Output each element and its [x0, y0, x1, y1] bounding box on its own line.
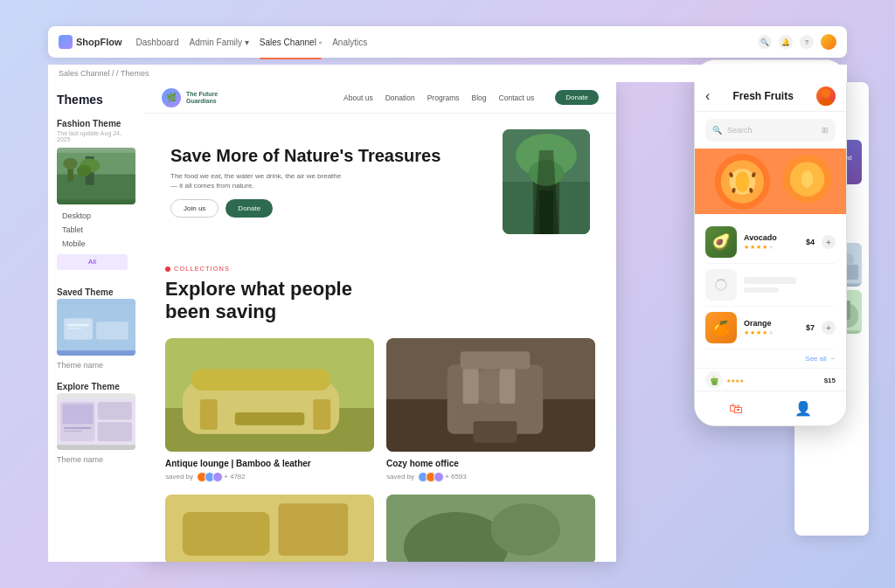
collections-title: Explore what people been saving [165, 278, 595, 324]
svg-point-46 [822, 89, 830, 98]
partial-card-2 [386, 495, 595, 562]
nav-right-icons: 🔍 🔔 ? [758, 34, 836, 50]
item1-info: ★★★★ [726, 377, 824, 384]
phone-header: ‹ Fresh Fruits [695, 81, 846, 112]
search-icon[interactable]: 🔍 [758, 35, 772, 49]
explore-theme-preview [57, 393, 135, 450]
phone-screen-title: Fresh Fruits [732, 90, 793, 102]
saved-avatars [197, 472, 220, 482]
phone-search-bar[interactable]: 🔍 Search ⊞ [705, 119, 836, 142]
sidebar-title: Themes [57, 93, 135, 107]
svg-rect-11 [67, 327, 81, 329]
site-nav-programs[interactable]: Programs [427, 93, 460, 102]
site-nav-blog[interactable]: Blog [472, 93, 487, 102]
donate-button[interactable]: Donate [225, 199, 273, 218]
collections-title-line1: Explore what people [165, 278, 352, 300]
sidebar-fade [48, 527, 144, 562]
svg-rect-42 [278, 503, 348, 556]
nav-analytics[interactable]: Analytics [332, 38, 367, 47]
saved-theme-name: Saved Theme [57, 287, 135, 297]
explore-theme-label: Theme name [57, 455, 135, 464]
hero-subtitle: The food we eat, the water we drink, the… [170, 171, 345, 190]
svg-rect-30 [200, 399, 218, 430]
sidebar: Themes Fashion Theme The last update Aug… [48, 82, 144, 562]
hero-text: Save More of Nature's Treasures The food… [170, 145, 590, 218]
phone-product-list: 🥑 Avocado ★ ★ ★ ★ ★ $4 + [695, 221, 846, 349]
svg-point-47 [818, 99, 834, 106]
nav-admin[interactable]: Admin Family ▾ [189, 38, 248, 47]
office-card-title: Cozy home office [386, 459, 595, 468]
phone-filter-icon[interactable]: ⊞ [822, 126, 829, 135]
item1-icon: 🫑 [705, 371, 723, 389]
orange-add-button[interactable]: + [822, 321, 836, 335]
site-logo-line2: Guardians [186, 98, 218, 105]
loading-name-placeholder [744, 277, 796, 284]
nav-home-icon[interactable]: 🛍 [729, 401, 743, 417]
mobile-nav[interactable]: Mobile [57, 238, 135, 250]
nav-items: Dashboard Admin Family ▾ Sales Channel ◦… [136, 38, 758, 47]
site-nav-about[interactable]: About us [343, 93, 373, 102]
saved-theme-section: Saved Theme Theme name [57, 287, 135, 370]
avocado-info: Avocado ★ ★ ★ ★ ★ [744, 233, 799, 251]
phone-bottom-nav: 🛍 👤 [695, 391, 846, 425]
back-button[interactable]: ‹ [705, 88, 710, 104]
svg-rect-10 [67, 323, 89, 325]
collections-section: COLLECTIONS Explore what people been sav… [144, 249, 616, 562]
saved-theme-preview [57, 299, 135, 356]
help-icon[interactable]: ? [800, 35, 814, 49]
loading-thumb [705, 269, 737, 301]
svg-point-59 [801, 170, 814, 188]
tablet-nav[interactable]: Tablet [57, 224, 135, 236]
nav-sales-channel[interactable]: Sales Channel ◦ [260, 38, 322, 47]
site-logo: 🌿 The Future Guardians [162, 88, 218, 107]
see-all-button[interactable]: See all → [695, 349, 846, 369]
svg-rect-36 [474, 421, 517, 443]
office-card-saved: saved by + 6593 [386, 472, 595, 482]
office-saved-avatars [418, 472, 441, 482]
product-orange: 🍊 Orange ★ ★ ★ ★ ★ $7 + [705, 307, 836, 349]
user-avatar[interactable] [821, 34, 836, 50]
fashion-theme-date: The last update Aug 24, 2025 [57, 130, 135, 142]
orange-stars: ★ ★ ★ ★ ★ [744, 329, 799, 336]
collections-label: COLLECTIONS [165, 265, 595, 273]
avocado-stars: ★ ★ ★ ★ ★ [744, 244, 799, 251]
price-item-1: 🫑 ★★★★ $15 [705, 369, 836, 392]
explore-theme-name: Explore Theme [57, 382, 135, 391]
logo-icon [59, 35, 73, 49]
fashion-theme-preview [57, 148, 135, 204]
site-logo-line1: The Future [186, 91, 218, 98]
avocado-add-button[interactable]: + [822, 235, 836, 249]
site-donate-btn[interactable]: Donate [555, 90, 599, 105]
svg-rect-41 [183, 512, 270, 556]
lounge-card-title: Antique lounge | Bamboo & leather [165, 459, 374, 468]
office-card-image [386, 338, 595, 452]
product-loading [705, 264, 836, 307]
hero-title: Save More of Nature's Treasures [170, 145, 590, 166]
nav-dashboard[interactable]: Dashboard [136, 38, 179, 47]
site-nav-donation[interactable]: Donation [385, 93, 415, 102]
site-nav-contact[interactable]: Contact us [499, 93, 535, 102]
svg-point-4 [77, 165, 91, 176]
svg-rect-35 [461, 351, 531, 369]
partial-card-1 [165, 495, 374, 562]
fashion-theme-section: Fashion Theme The last update Aug 24, 20… [57, 119, 135, 275]
saved-theme-label: Theme name [57, 361, 135, 370]
card-office: Cozy home office saved by + 6593 [386, 338, 595, 482]
office-saved-count: + 6593 [445, 473, 467, 481]
breadcrumb: Sales Channel / / Themes [48, 65, 847, 82]
phone-user-avatar[interactable] [816, 86, 836, 106]
nav-cart-icon[interactable]: 👤 [794, 400, 812, 417]
desktop-nav[interactable]: Desktop [57, 210, 135, 222]
join-us-button[interactable]: Join us [170, 199, 219, 218]
partial-cards [165, 495, 595, 562]
office-avatar-3 [434, 472, 444, 482]
all-button[interactable]: All [57, 254, 128, 270]
avocado-name: Avocado [744, 233, 799, 242]
collections-grid: Antique lounge | Bamboo & leather saved … [165, 338, 595, 482]
bell-icon[interactable]: 🔔 [779, 35, 793, 49]
orange-info: Orange ★ ★ ★ ★ ★ [744, 319, 799, 336]
top-nav: ShopFlow Dashboard Admin Family ▾ Sales … [48, 26, 847, 58]
card-lounge: Antique lounge | Bamboo & leather saved … [165, 338, 374, 482]
breadcrumb-text: Sales Channel / / Themes [59, 69, 149, 78]
site-preview: 🌿 The Future Guardians About us Donation… [144, 82, 616, 562]
